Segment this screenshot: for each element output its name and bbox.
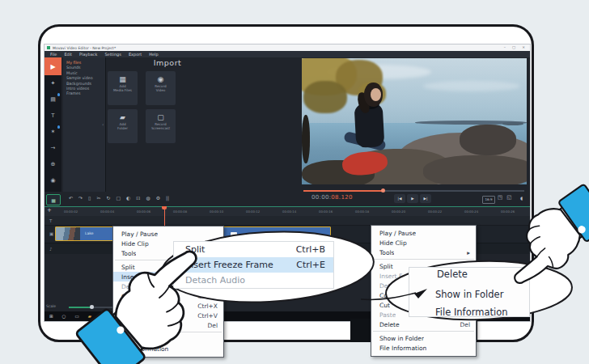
badge <box>57 93 61 96</box>
toolbar-icon[interactable]: ⊡ <box>136 195 140 201</box>
minimize-icon[interactable]: – <box>504 45 506 49</box>
maximize-icon[interactable]: ▢ <box>512 45 515 49</box>
add-folder-button[interactable]: ▰ Add Folder <box>108 109 138 143</box>
media-categories: My filesSoundsMusicSample videoBackgroun… <box>63 57 106 192</box>
close-icon[interactable]: × <box>522 45 525 49</box>
toolbar-icon[interactable]: || <box>166 195 169 201</box>
tile-label: Screencast <box>146 126 176 130</box>
menubar-item[interactable]: Settings <box>104 52 121 57</box>
record-screencast-button[interactable]: ▢ Record Screencast <box>146 109 176 143</box>
tick-label: 00:00:04 <box>100 210 137 214</box>
screen-record-icon: ▢ <box>146 113 176 122</box>
sidebar-item-titles[interactable]: T <box>44 108 61 124</box>
toolbar-icon[interactable]: ▢ <box>116 195 121 201</box>
rocks <box>423 155 527 184</box>
title-bar: Movavi Video Editor - New Project* – ▢ × <box>44 44 530 51</box>
add-track-button[interactable]: + <box>47 207 52 214</box>
cloud <box>423 81 520 91</box>
callout-shortcut: Ctrl+E <box>296 260 325 270</box>
sidebar-item-import[interactable]: ▶ <box>44 57 61 75</box>
toolbar-icon[interactable]: ▯ <box>88 195 91 201</box>
stickers-icon: ✶ <box>51 129 56 135</box>
menubar-item[interactable]: Playback <box>79 52 97 57</box>
timecode: 00:00:08.120 <box>311 194 353 201</box>
transport-button[interactable]: ▶| <box>420 194 431 203</box>
left-hand-cursor <box>65 236 227 364</box>
record-video-button[interactable]: ◉ Record Video <box>146 71 176 105</box>
sidebar-item-filters[interactable]: ✦ <box>44 75 61 91</box>
menubar-item[interactable]: Edit <box>64 52 72 57</box>
window-controls: – ▢ × <box>504 45 525 49</box>
track-view-button[interactable]: ▦ <box>46 194 61 205</box>
app-icon <box>47 46 50 49</box>
camera-icon: ◉ <box>146 75 176 84</box>
menu-label: File Information <box>379 345 426 352</box>
island <box>502 122 523 125</box>
menu-bar: FileEditPlaybackSettingsExportHelp <box>44 51 530 57</box>
sidebar-item-pan-zoom[interactable]: ⊕ <box>44 156 61 172</box>
toolbar-icon[interactable]: ✂ <box>96 195 100 201</box>
menu-item-show-in-folder[interactable]: Show in Folder <box>371 333 476 343</box>
menubar-item[interactable]: File <box>50 52 57 57</box>
playhead-handle[interactable] <box>162 206 167 210</box>
callout-item-delete[interactable]: Delete <box>437 269 468 280</box>
sidebar-item-capture[interactable]: ◉ <box>44 172 61 188</box>
tick-label: 00:00:20 <box>392 210 428 214</box>
menu-label: Tools <box>379 249 394 256</box>
titles-icon: T <box>51 112 54 119</box>
media-files-icon: ▦ <box>108 75 138 84</box>
timecode-current: 08.120 <box>331 194 352 201</box>
collapse-panel-icon[interactable]: ‹ <box>102 121 104 127</box>
tile-label: Media Files <box>108 88 138 92</box>
transitions-icon: ▤ <box>50 96 56 103</box>
autumn-tree <box>303 81 347 113</box>
menu-item-play-pause[interactable]: Play / Pause <box>371 228 476 238</box>
sidebar-item-animation[interactable]: → <box>44 140 61 156</box>
transport-button[interactable]: |◀ <box>394 194 405 203</box>
transport-controls: |◀▶▶| <box>394 194 431 203</box>
category-item[interactable]: Frames <box>66 91 105 96</box>
tick-label: 00:00:12 <box>246 210 282 214</box>
seek-handle[interactable] <box>381 188 385 193</box>
toolbar-icon[interactable]: ↻ <box>106 195 110 201</box>
pointer-arrow-icon <box>358 285 439 306</box>
import-heading: Import <box>106 58 229 67</box>
media-import-icon: ▶ <box>50 63 55 70</box>
start-icon[interactable]: ⊞ <box>49 314 53 319</box>
toolbar-icon[interactable]: ◐ <box>126 195 130 201</box>
menubar-item[interactable]: Export <box>129 52 142 57</box>
tick-label: 00:00:08 <box>173 210 210 214</box>
audio-track-icon: ♪ <box>49 247 53 252</box>
toolbar-icon[interactable]: ↷ <box>78 195 83 201</box>
transport-button[interactable]: ▶ <box>407 194 418 203</box>
menu-label: Play / Pause <box>379 230 416 237</box>
tick-label: 00:00:02 <box>64 210 100 214</box>
sidebar-item-stickers[interactable]: ✶ <box>44 124 61 140</box>
tick-label: 00:00:14 <box>282 210 319 214</box>
menu-item-hide-clip[interactable]: Hide Clip <box>371 238 476 248</box>
tick-label: 00:00:16 <box>319 210 355 214</box>
preview-video <box>302 58 527 184</box>
menu-item-tools[interactable]: Tools▸ <box>371 248 476 257</box>
filters-icon: ✦ <box>51 80 56 87</box>
scale-label: Scale <box>46 304 56 308</box>
video-track-icon: ▣ <box>49 231 53 236</box>
menu-label: Hide Clip <box>379 239 407 247</box>
seek-progress <box>303 190 383 192</box>
menubar-item[interactable]: Help <box>149 52 158 57</box>
titles-track-icon: T <box>49 218 52 223</box>
toolbar-icon[interactable]: ◍ <box>146 195 150 201</box>
menu-label: Show in Folder <box>379 335 424 342</box>
sidebar-item-transitions[interactable]: ▤ <box>44 91 61 108</box>
tick-label: 00:00:06 <box>137 210 173 214</box>
menu-item-file-information[interactable]: File Information <box>371 343 476 353</box>
timecode-prefix: 00:00: <box>311 194 331 201</box>
ruler-ticks: 00:00:0200:00:0400:00:0600:00:0800:00:10… <box>64 210 530 214</box>
toolbar-icon[interactable]: ↶ <box>69 195 73 201</box>
timeline-toolbar: ↶↷▯✂↻▢◐⊡◍⚙|| <box>69 195 169 201</box>
animation-icon: → <box>51 145 56 151</box>
rocks <box>460 125 516 155</box>
tick-label: 00:00:18 <box>355 210 392 214</box>
toolbar-icon[interactable]: ⚙ <box>156 195 160 201</box>
add-media-files-button[interactable]: ▦ Add Media Files <box>108 71 138 105</box>
